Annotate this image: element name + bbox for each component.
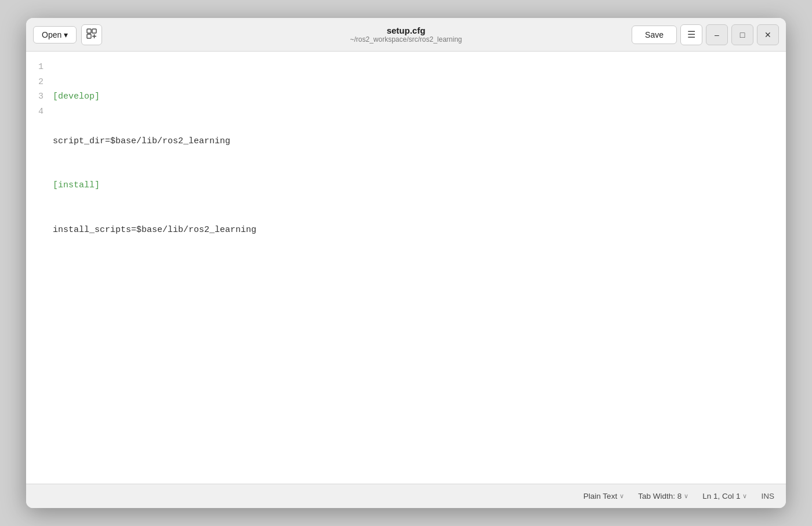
svg-rect-0 — [87, 29, 91, 33]
menu-button[interactable]: ☰ — [680, 24, 702, 45]
language-selector[interactable]: Plain Text ∨ — [583, 492, 624, 500]
filename-title: setup.cfg — [350, 26, 462, 35]
close-icon: ✕ — [764, 30, 771, 39]
close-button[interactable]: ✕ — [757, 24, 779, 45]
code-line-4: install_scripts=$base/lib/ros2_learning — [53, 223, 778, 238]
menu-icon: ☰ — [687, 29, 695, 40]
editor-area: 1 2 3 4 [develop] script_dir=$base/lib/r… — [26, 52, 786, 484]
new-tab-button[interactable] — [81, 24, 102, 45]
line-number-3: 3 — [37, 89, 44, 104]
code-editor[interactable]: [develop] script_dir=$base/lib/ros2_lear… — [49, 52, 786, 484]
code-text-2: script_dir=$base/lib/ros2_learning — [53, 136, 230, 146]
minimize-button[interactable]: – — [706, 24, 728, 45]
titlebar-left: Open ▾ — [33, 24, 102, 45]
open-label: Open — [42, 30, 61, 39]
maximize-button[interactable]: □ — [731, 24, 753, 45]
line-number-1: 1 — [37, 60, 44, 75]
line-numbers: 1 2 3 4 — [26, 52, 49, 484]
line-number-2: 2 — [37, 75, 44, 90]
svg-rect-1 — [92, 29, 96, 33]
svg-rect-2 — [87, 34, 91, 38]
tabwidth-chevron-icon: ∨ — [684, 492, 688, 500]
minimize-icon: – — [715, 30, 719, 39]
code-text-3: [install] — [53, 180, 100, 190]
code-text-1: [develop] — [53, 92, 100, 101]
code-text-4: install_scripts=$base/lib/ros2_learning — [53, 225, 256, 235]
titlebar-center: setup.cfg ~/ros2_workspace/src/ros2_lear… — [350, 26, 462, 43]
tabwidth-selector[interactable]: Tab Width: 8 ∨ — [638, 492, 688, 500]
position-chevron-icon: ∨ — [742, 492, 747, 500]
save-button[interactable]: Save — [632, 26, 677, 44]
code-line-2: script_dir=$base/lib/ros2_learning — [53, 134, 778, 149]
code-line-1: [develop] — [53, 89, 778, 104]
line-number-4: 4 — [37, 104, 44, 119]
position-indicator[interactable]: Ln 1, Col 1 ∨ — [702, 492, 747, 500]
new-tab-icon — [86, 28, 97, 41]
language-label: Plain Text — [583, 492, 617, 500]
statusbar: Plain Text ∨ Tab Width: 8 ∨ Ln 1, Col 1 … — [26, 484, 786, 508]
position-label: Ln 1, Col 1 — [702, 492, 740, 500]
language-chevron-icon: ∨ — [619, 492, 624, 500]
main-window: Open ▾ setup.cfg ~/ros2_workspace/src/ro… — [26, 18, 786, 508]
maximize-icon: □ — [740, 30, 745, 39]
open-chevron-icon: ▾ — [64, 30, 68, 39]
tabwidth-label: Tab Width: 8 — [638, 492, 682, 500]
titlebar-right: Save ☰ – □ ✕ — [632, 24, 779, 45]
titlebar: Open ▾ setup.cfg ~/ros2_workspace/src/ro… — [26, 18, 786, 52]
code-line-3: [install] — [53, 178, 778, 193]
open-button[interactable]: Open ▾ — [33, 26, 77, 43]
ins-mode: INS — [761, 492, 774, 500]
file-path: ~/ros2_workspace/src/ros2_learning — [350, 35, 462, 43]
